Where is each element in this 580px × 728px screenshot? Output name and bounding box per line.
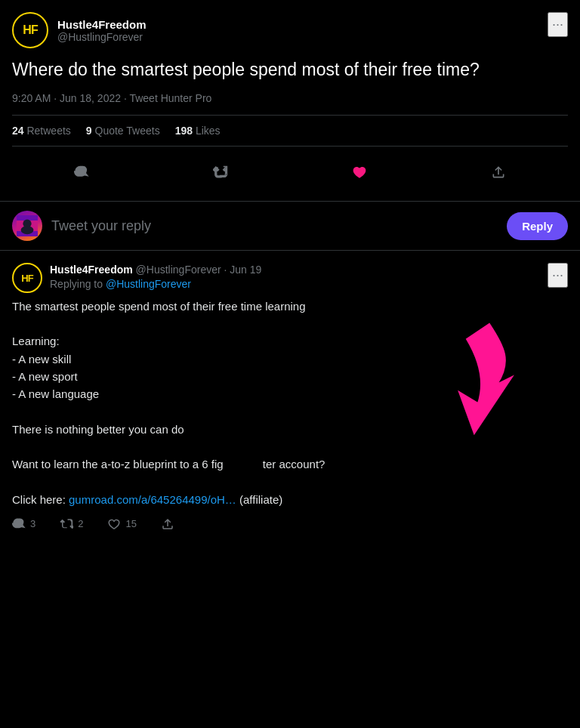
more-options-button[interactable]: ··· <box>548 12 568 37</box>
tweet-header: HF Hustle4Freedom @HustlingForever ··· <box>12 12 568 48</box>
actions-row <box>12 156 568 189</box>
reply-share-icon <box>161 517 174 531</box>
reply-share-button[interactable] <box>161 517 174 531</box>
reply-retweet-count: 2 <box>78 518 83 529</box>
reply-like-count: 15 <box>125 518 136 529</box>
reply-input[interactable]: Tweet your reply <box>51 218 498 234</box>
reply-heart-icon <box>107 517 121 531</box>
reply-line-4: - A new sport <box>12 368 568 385</box>
retweets-stat[interactable]: 24 Retweets <box>12 125 71 137</box>
reply-line-5: - A new language <box>12 385 568 403</box>
share-icon <box>491 165 506 180</box>
reply-comment-icon <box>12 517 26 531</box>
divider-2 <box>12 146 568 147</box>
likes-stat[interactable]: 198 Likes <box>175 125 221 137</box>
reply-actions-row: 3 2 15 <box>12 517 568 531</box>
reply-line-2: Learning: <box>12 332 568 350</box>
replying-to-mention[interactable]: @HustlingForever <box>106 278 191 290</box>
reply-button[interactable]: Reply <box>507 212 568 240</box>
reply-tweet-avatar[interactable]: HF <box>12 263 42 293</box>
retweets-count: 24 <box>12 125 24 137</box>
reply-more-options-button[interactable]: ··· <box>548 263 568 288</box>
main-tweet-card: HF Hustle4Freedom @HustlingForever ··· W… <box>0 0 580 202</box>
like-action-button[interactable] <box>346 159 373 186</box>
tweet-meta: 9:20 AM · Jun 18, 2022 · Tweet Hunter Pr… <box>12 92 568 104</box>
reply-line-8: Click here: gumroad.com/a/645264499/oH… … <box>12 491 568 508</box>
reply-tweet-header: HF Hustle4Freedom @HustlingForever · Jun… <box>12 263 568 295</box>
tweet-text: Where do the smartest people spend most … <box>12 57 568 82</box>
reply-avatar <box>12 211 42 241</box>
retweet-icon <box>213 165 228 180</box>
reply-tweet-header-left: HF Hustle4Freedom @HustlingForever · Jun… <box>12 263 261 295</box>
user-info: Hustle4Freedom @HustlingForever <box>57 18 147 43</box>
reply-avatar-inner <box>12 211 42 241</box>
quote-count: 9 <box>86 125 92 137</box>
avatar-image <box>17 215 38 236</box>
reply-reply-button[interactable]: 3 <box>12 517 35 531</box>
divider-1 <box>12 115 568 116</box>
reply-avatar-logo: HF <box>21 273 32 284</box>
affiliate-link[interactable]: gumroad.com/a/645264499/oH… <box>69 493 236 506</box>
quote-tweets-stat[interactable]: 9 Quote Tweets <box>86 125 160 137</box>
reply-content: The smartest people spend most of their … <box>12 298 568 508</box>
reply-box: Tweet your reply Reply <box>0 202 580 251</box>
replying-to: Replying to @HustlingForever <box>50 278 261 290</box>
avatar[interactable]: HF <box>12 12 48 48</box>
reply-line-1: The smartest people spend most of their … <box>12 298 568 315</box>
username: @HustlingForever <box>57 31 147 43</box>
reply-line-7: Want to learn the a-to-z blueprint to a … <box>12 455 568 473</box>
reply-user-info: Hustle4Freedom @HustlingForever · Jun 19… <box>50 263 261 295</box>
avatar-logo: HF <box>23 23 37 37</box>
reply-line-3: - A new skill <box>12 350 568 368</box>
share-action-button[interactable] <box>485 159 512 186</box>
reply-display-name: Hustle4Freedom <box>50 264 133 276</box>
tweet-stats: 24 Retweets 9 Quote Tweets 198 Likes <box>12 125 568 137</box>
reply-retweet-icon <box>60 517 73 531</box>
reply-like-button[interactable]: 15 <box>107 517 136 531</box>
reply-action-button[interactable] <box>68 159 95 186</box>
svg-point-3 <box>21 226 34 234</box>
reply-icon <box>74 165 89 180</box>
display-name: Hustle4Freedom <box>57 18 147 31</box>
reply-tweet-card: HF Hustle4Freedom @HustlingForever · Jun… <box>0 251 580 543</box>
reply-line-6: There is nothing better you can do <box>12 421 568 438</box>
reply-retweet-button[interactable]: 2 <box>60 517 83 531</box>
reply-reply-count: 3 <box>30 518 35 529</box>
likes-count: 198 <box>175 125 193 137</box>
retweet-action-button[interactable] <box>207 159 234 186</box>
reply-user-line: Hustle4Freedom @HustlingForever · Jun 19 <box>50 263 261 278</box>
heart-icon <box>352 165 367 180</box>
tweet-header-left: HF Hustle4Freedom @HustlingForever <box>12 12 147 48</box>
tweet-timestamp: 9:20 AM · Jun 18, 2022 · Tweet Hunter Pr… <box>12 92 211 104</box>
